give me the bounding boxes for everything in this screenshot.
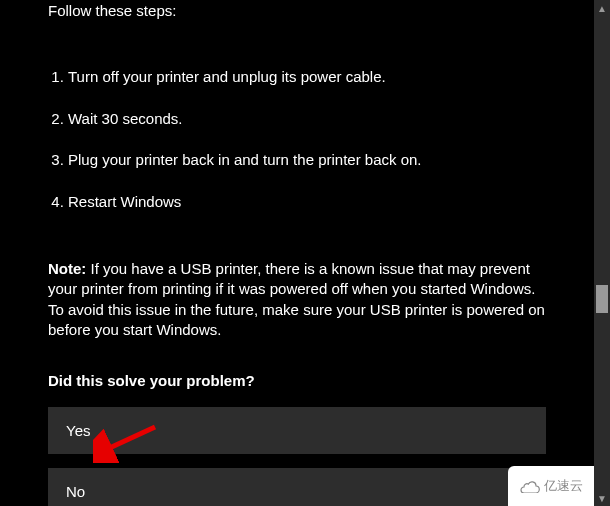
note-label: Note: [48, 260, 86, 277]
intro-text: Follow these steps: [48, 2, 546, 19]
no-button[interactable]: No [48, 468, 546, 506]
note-body: If you have a USB printer, there is a kn… [48, 260, 545, 338]
watermark: 亿速云 [508, 466, 594, 506]
yes-button[interactable]: Yes [48, 407, 546, 454]
step-item: Wait 30 seconds. [68, 109, 546, 129]
step-item: Restart Windows [68, 192, 546, 212]
troubleshooter-content: Follow these steps: Turn off your printe… [0, 2, 594, 506]
watermark-text: 亿速云 [544, 477, 583, 495]
steps-list: Turn off your printer and unplug its pow… [48, 67, 546, 211]
step-item: Turn off your printer and unplug its pow… [68, 67, 546, 87]
scrollbar-up-icon[interactable]: ▲ [594, 0, 610, 16]
step-item: Plug your printer back in and turn the p… [68, 150, 546, 170]
note-text: Note: If you have a USB printer, there i… [48, 259, 546, 340]
question-text: Did this solve your problem? [48, 372, 546, 389]
cloud-icon [520, 479, 540, 493]
scrollbar-thumb[interactable] [596, 285, 608, 313]
scrollbar-down-icon[interactable]: ▼ [594, 490, 610, 506]
scrollbar-track[interactable]: ▲ ▼ [594, 0, 610, 506]
